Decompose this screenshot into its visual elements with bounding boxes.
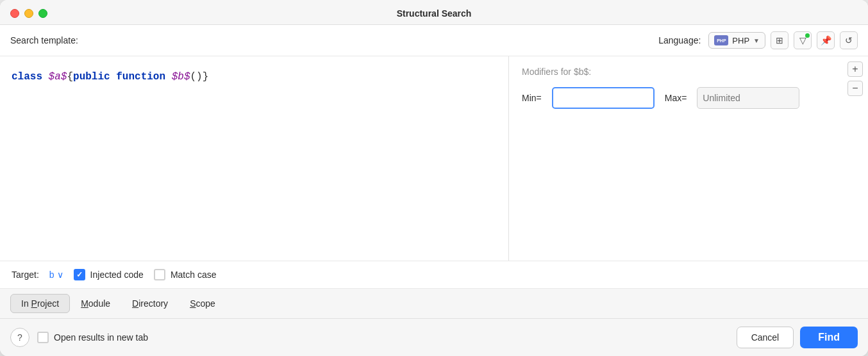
language-value: PHP — [732, 36, 749, 45]
dialog-title: Structural Search — [397, 8, 472, 19]
brace-open: { — [67, 71, 73, 83]
pin-icon: 📌 — [821, 35, 831, 45]
refresh-button[interactable]: ↺ — [840, 31, 858, 49]
add-modifier-button[interactable]: + — [847, 61, 863, 77]
tab-in-project[interactable]: In Project — [10, 294, 70, 313]
min-label: Min= — [522, 93, 542, 103]
options-row: Target: b ∨ Injected code Match case — [0, 261, 868, 289]
copy-template-button[interactable]: ⊞ — [771, 31, 789, 49]
traffic-lights — [10, 9, 47, 18]
kw-class: class — [12, 71, 49, 83]
find-button[interactable]: Find — [800, 327, 858, 348]
minimize-button[interactable] — [24, 9, 33, 18]
side-actions: + − — [847, 61, 863, 96]
remove-modifier-button[interactable]: − — [847, 81, 863, 96]
cancel-button[interactable]: Cancel — [737, 327, 794, 348]
open-results-label: Open results in new tab — [54, 332, 148, 343]
modifiers-title: Modifiers for $b$: — [522, 67, 855, 77]
language-dropdown[interactable]: PHP PHP ▼ — [708, 32, 765, 49]
help-button[interactable]: ? — [10, 328, 29, 347]
min-input[interactable] — [552, 87, 655, 109]
max-label: Max= — [665, 93, 687, 103]
toolbar-right: Language: PHP PHP ▼ ⊞ ▽ 📌 ↺ — [658, 31, 858, 49]
kw-function: function — [116, 71, 171, 83]
code-area[interactable]: class $a${public function $b$()} — [0, 56, 509, 261]
main-content: class $a${public function $b$()} Modifie… — [0, 56, 868, 261]
code-template-line: class $a${public function $b$()} — [12, 69, 497, 85]
match-case-checkbox[interactable] — [154, 269, 165, 280]
tab-scope-underline: S — [190, 298, 196, 309]
tab-scope[interactable]: Scope — [179, 294, 226, 313]
structural-search-dialog: Structural Search Search template: Langu… — [0, 0, 868, 356]
injected-code-label: Injected code — [90, 270, 144, 280]
injected-code-checkbox[interactable] — [74, 269, 85, 280]
modifiers-row: Min= Max= — [522, 87, 855, 109]
target-label: Target: — [12, 270, 39, 280]
parens-brace: ()} — [190, 71, 208, 83]
tab-module[interactable]: Module — [70, 294, 121, 313]
copy-icon: ⊞ — [776, 35, 783, 45]
max-input[interactable] — [697, 87, 799, 109]
maximize-button[interactable] — [38, 9, 47, 18]
open-results-checkbox[interactable] — [37, 332, 49, 343]
search-template-label: Search template: — [10, 35, 78, 45]
bottom-bar: ? Open results in new tab Cancel Find — [0, 319, 868, 356]
injected-code-checkbox-item[interactable]: Injected code — [74, 269, 144, 280]
tab-in-project-underline: P — [31, 298, 37, 309]
php-icon: PHP — [714, 35, 728, 45]
target-value: b — [49, 270, 54, 280]
language-label: Language: — [658, 35, 701, 45]
var-b: $b$ — [172, 71, 190, 83]
kw-public: public — [73, 71, 116, 83]
title-bar: Structural Search — [0, 0, 868, 25]
close-button[interactable] — [10, 9, 19, 18]
match-case-checkbox-item[interactable]: Match case — [154, 269, 217, 280]
bottom-left: ? Open results in new tab — [10, 328, 148, 347]
modifiers-panel: Modifiers for $b$: Min= Max= + − — [509, 56, 868, 261]
tab-directory-underline: D — [132, 298, 138, 309]
tab-directory[interactable]: Directory — [121, 294, 179, 313]
filter-active-badge — [805, 33, 810, 38]
toolbar-row: Search template: Language: PHP PHP ▼ ⊞ ▽… — [0, 25, 868, 56]
target-dropdown[interactable]: b ∨ — [49, 270, 63, 280]
scope-tabs: In Project Module Directory Scope — [0, 289, 868, 319]
bottom-right: Cancel Find — [737, 327, 858, 348]
refresh-icon: ↺ — [845, 35, 853, 45]
tab-module-underline: M — [81, 298, 88, 309]
chevron-down-icon: ▼ — [753, 37, 760, 44]
var-a: $a$ — [49, 71, 67, 83]
match-case-label: Match case — [171, 270, 217, 280]
open-results-checkbox-item[interactable]: Open results in new tab — [37, 332, 148, 343]
filter-button[interactable]: ▽ — [794, 31, 812, 49]
target-chevron-icon: ∨ — [57, 270, 63, 280]
pin-button[interactable]: 📌 — [817, 31, 835, 49]
